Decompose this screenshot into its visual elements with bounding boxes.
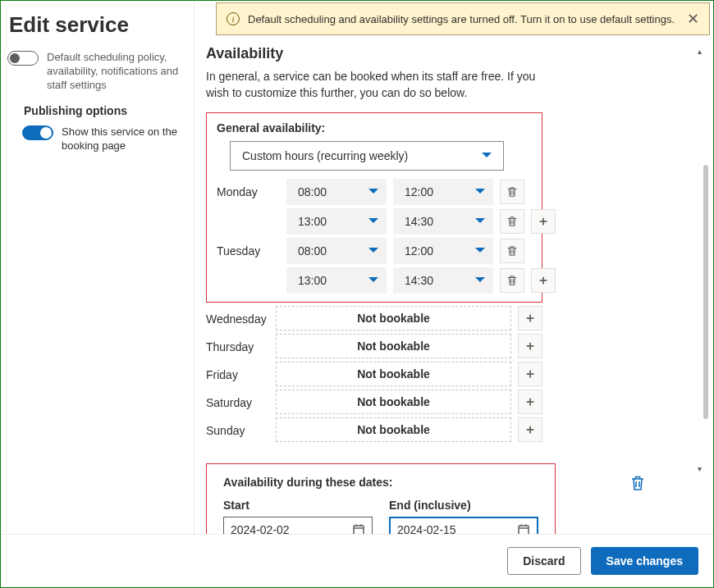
main-panel: ▴ Availability In general, a service can…	[195, 1, 713, 534]
availability-intro: In general, a service can be booked when…	[206, 69, 542, 101]
end-date-input[interactable]: 2024-02-15	[389, 517, 538, 534]
day-label: Sunday	[206, 417, 276, 442]
chevron-down-icon	[482, 153, 492, 159]
footer: Discard Save changes	[1, 534, 713, 586]
save-button[interactable]: Save changes	[591, 547, 698, 575]
not-bookable-field: Not bookable	[276, 334, 511, 358]
chevron-down-icon	[475, 218, 485, 225]
add-slot-button[interactable]	[531, 209, 556, 234]
defaults-toggle-label: Default scheduling policy, availability,…	[47, 51, 179, 93]
availability-type-select[interactable]: Custom hours (recurring weekly)	[230, 141, 504, 171]
not-bookable-row: FridayNot bookable	[206, 362, 542, 386]
date-range-section: Availability during these dates: Start 2…	[206, 463, 692, 534]
start-date-input[interactable]: 2024-02-02	[223, 517, 373, 534]
discard-button[interactable]: Discard	[507, 547, 580, 575]
not-bookable-row: SaturdayNot bookable	[206, 390, 542, 414]
end-time-select[interactable]: 12:00	[393, 179, 493, 205]
delete-slot-button[interactable]	[500, 268, 524, 293]
end-time-select[interactable]: 14:30	[393, 208, 493, 235]
time-slot-row: 08:0012:00	[286, 238, 556, 264]
publishing-heading: Publishing options	[24, 104, 179, 117]
time-slot-row: 13:0014:30	[286, 267, 556, 294]
start-date-value: 2024-02-02	[231, 523, 290, 534]
day-label: Thursday	[206, 334, 276, 358]
end-time-select[interactable]: 12:00	[393, 238, 493, 264]
start-time-select[interactable]: 13:00	[286, 267, 387, 294]
chevron-down-icon	[368, 189, 378, 195]
day-label: Tuesday	[217, 238, 286, 294]
start-time-select[interactable]: 08:00	[286, 179, 387, 205]
day-label: Friday	[206, 362, 276, 386]
not-bookable-row: ThursdayNot bookable	[206, 334, 542, 358]
start-time-select[interactable]: 13:00	[286, 208, 387, 235]
day-label: Wednesday	[206, 306, 276, 330]
not-bookable-field: Not bookable	[276, 306, 511, 330]
scrollbar[interactable]	[703, 165, 708, 419]
date-range-heading: Availability during these dates:	[223, 476, 538, 489]
not-bookable-row: SundayNot bookable	[206, 417, 542, 442]
not-bookable-field: Not bookable	[276, 390, 511, 414]
calendar-icon	[352, 523, 365, 534]
chevron-down-icon	[368, 218, 378, 225]
add-slot-button[interactable]	[518, 417, 542, 442]
time-slot-row: 13:0014:30	[286, 208, 556, 235]
chevron-down-icon	[368, 248, 378, 254]
page-title: Edit service	[9, 12, 179, 38]
date-range-box: Availability during these dates: Start 2…	[206, 463, 556, 534]
general-availability-box: General availability: Custom hours (recu…	[206, 112, 542, 303]
defaults-toggle-row: Default scheduling policy, availability,…	[7, 51, 179, 93]
chevron-down-icon	[368, 277, 378, 284]
show-on-page-label: Show this service on the booking page	[62, 125, 179, 153]
collapse-caret-icon[interactable]: ▴	[698, 47, 702, 56]
end-date-value: 2024-02-15	[397, 523, 456, 534]
add-slot-button[interactable]	[518, 306, 542, 330]
delete-slot-button[interactable]	[500, 209, 524, 234]
day-label: Saturday	[206, 390, 276, 414]
svg-rect-26	[519, 526, 529, 534]
end-time-select[interactable]: 14:30	[393, 267, 493, 294]
general-availability-heading: General availability:	[217, 121, 532, 134]
delete-slot-button[interactable]	[500, 239, 524, 263]
add-slot-button[interactable]	[518, 362, 542, 386]
add-slot-button[interactable]	[531, 268, 556, 293]
start-time-select[interactable]: 08:00	[286, 238, 387, 264]
expand-caret-icon[interactable]: ▾	[698, 464, 702, 473]
availability-type-value: Custom hours (recurring weekly)	[242, 149, 408, 162]
day-slots: 08:0012:0013:0014:30	[286, 179, 556, 235]
not-bookable-row: WednesdayNot bookable	[206, 306, 542, 330]
add-slot-button[interactable]	[518, 390, 542, 414]
not-bookable-field: Not bookable	[276, 417, 511, 442]
sidebar: Edit service Default scheduling policy, …	[1, 1, 195, 534]
svg-rect-22	[354, 526, 364, 534]
chevron-down-icon	[475, 189, 485, 195]
availability-heading: Availability	[206, 45, 692, 62]
chevron-down-icon	[475, 277, 485, 284]
end-date-label: End (inclusive)	[389, 499, 538, 512]
add-slot-button[interactable]	[518, 334, 542, 358]
defaults-toggle[interactable]	[7, 51, 39, 66]
time-slot-row: 08:0012:00	[286, 179, 556, 205]
delete-date-range-button[interactable]	[629, 475, 646, 494]
chevron-down-icon	[475, 248, 485, 254]
not-bookable-field: Not bookable	[276, 362, 511, 386]
start-date-label: Start	[223, 499, 373, 512]
delete-slot-button[interactable]	[500, 180, 524, 204]
calendar-icon	[517, 523, 530, 534]
day-label: Monday	[217, 179, 286, 235]
show-on-page-toggle[interactable]	[22, 125, 53, 140]
day-slots: 08:0012:0013:0014:30	[286, 238, 556, 294]
show-on-page-row: Show this service on the booking page	[22, 125, 179, 153]
